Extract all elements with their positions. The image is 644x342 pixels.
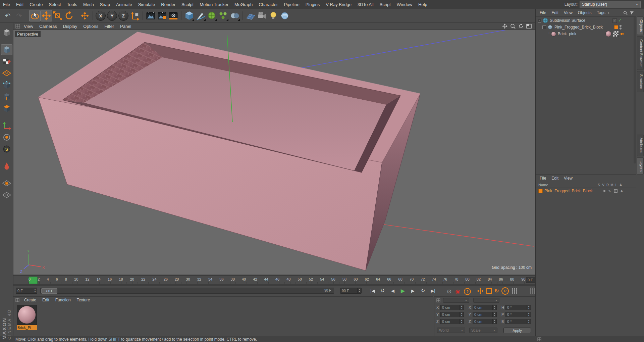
- menubar-item[interactable]: Render: [158, 0, 178, 9]
- stepper-icon[interactable]: ▲▼: [460, 319, 464, 324]
- coordinate-space-dropdown[interactable]: World▼: [437, 328, 465, 333]
- viewport-view-label[interactable]: Perspective: [15, 31, 41, 37]
- viewport-zoom-icon[interactable]: [510, 23, 516, 29]
- rotation-h-field[interactable]: 0 °▲▼: [505, 305, 531, 310]
- state-check-icon[interactable]: ✓: [618, 18, 622, 23]
- record-parameter-icon[interactable]: P: [501, 287, 509, 295]
- stepper-icon[interactable]: ▲▼: [492, 319, 496, 324]
- light-icon[interactable]: [268, 10, 279, 21]
- stage-camera-icon[interactable]: [256, 10, 268, 21]
- primitive-cube-icon[interactable]: [183, 10, 195, 21]
- om-menu-item[interactable]: Tags: [594, 10, 608, 15]
- menubar-item[interactable]: Window: [394, 0, 415, 9]
- menubar-item[interactable]: Select: [46, 0, 64, 9]
- prev-frame-button[interactable]: ◀: [388, 287, 397, 294]
- menubar-item[interactable]: Sculpt: [178, 0, 197, 9]
- menubar-item[interactable]: Help: [415, 0, 430, 9]
- stepper-icon[interactable]: ▲▼: [527, 305, 531, 310]
- viewport-menu-item[interactable]: Filter: [101, 23, 117, 30]
- collapse-icon[interactable]: −: [542, 26, 546, 29]
- lm-menu-item[interactable]: Edit: [549, 176, 561, 181]
- coordinates-header-dropdown[interactable]: --▼: [473, 298, 499, 303]
- viewport-canvas[interactable]: Y X Z Perspective Grid Spacing : 100 cm: [13, 30, 535, 275]
- stepper-icon[interactable]: ▲▼: [492, 312, 496, 317]
- viewport-menu-item[interactable]: View: [21, 23, 36, 30]
- workplane-grid-icon[interactable]: [1, 190, 12, 200]
- rotation-p-field[interactable]: 0 °▲▼: [505, 312, 531, 317]
- om-menu-item[interactable]: View: [561, 10, 575, 15]
- subdivision-surface-icon[interactable]: [206, 10, 218, 21]
- tab-layers[interactable]: Layers: [637, 157, 644, 175]
- workplane-mode-icon[interactable]: [1, 68, 12, 79]
- paint-icon[interactable]: [1, 161, 12, 172]
- apply-button[interactable]: Apply: [503, 328, 531, 333]
- axis-z-button[interactable]: Z: [118, 11, 128, 21]
- menubar-item[interactable]: Create: [26, 0, 46, 9]
- materials-menu-item[interactable]: Edit: [40, 298, 52, 302]
- sky-icon[interactable]: [279, 10, 290, 21]
- tree-row-label[interactable]: Brick_pink: [558, 32, 576, 36]
- layer-pencil-icon[interactable]: ✎: [608, 189, 611, 193]
- position-z-field[interactable]: 0 cm▲▼: [440, 319, 464, 324]
- size-y-field[interactable]: 0 cm▲▼: [473, 312, 497, 317]
- edges-mode-icon[interactable]: [1, 91, 12, 102]
- render-settings-icon[interactable]: [168, 10, 179, 21]
- timeline-slider[interactable]: ◀ 0 F 90 F: [40, 288, 334, 294]
- pen-spline-icon[interactable]: [195, 10, 206, 21]
- menubar-item[interactable]: Tools: [64, 0, 80, 9]
- workplane-lock-icon[interactable]: [1, 178, 12, 189]
- goto-start-button[interactable]: |◀: [368, 287, 377, 294]
- viewport-menu-item[interactable]: Options: [80, 23, 101, 30]
- lm-menu-item[interactable]: File: [537, 176, 549, 181]
- tab-objects[interactable]: Objects: [637, 16, 644, 35]
- make-editable-icon[interactable]: [1, 27, 12, 38]
- om-menu-item[interactable]: Objects: [575, 10, 594, 15]
- rotation-b-field[interactable]: 0 °▲▼: [505, 319, 531, 324]
- last-tool-icon[interactable]: [79, 10, 91, 21]
- menubar-item[interactable]: Script: [377, 0, 394, 9]
- redo-icon[interactable]: ↷: [13, 10, 25, 21]
- status-grid-icon[interactable]: [537, 337, 541, 341]
- om-filter-icon[interactable]: [630, 11, 634, 15]
- render-view-icon[interactable]: [145, 10, 156, 21]
- start-frame-field[interactable]: 0 F ▲▼: [16, 288, 37, 294]
- menubar-item[interactable]: Character: [256, 0, 281, 9]
- material-thumbnail[interactable]: [17, 305, 37, 325]
- menubar-item[interactable]: Motion Tracker: [197, 0, 231, 9]
- play-reverse-button[interactable]: ↺: [378, 287, 387, 294]
- layer-row[interactable]: Pink_Frogged_Brick_Block ✎ ◆: [536, 188, 636, 194]
- coordinate-mode-dropdown[interactable]: Scale▼: [469, 328, 497, 333]
- timeline-ruler[interactable]: 0246810121416182022242628303234363840424…: [13, 275, 535, 285]
- record-rotation-icon[interactable]: ↻: [494, 288, 499, 294]
- tree-row[interactable]: └ Brick_pink: [536, 31, 634, 37]
- record-options-button[interactable]: ?: [464, 288, 471, 295]
- timeline-slider-handle[interactable]: ◀ 0 F: [41, 288, 57, 294]
- floor-grid-icon[interactable]: [245, 10, 256, 21]
- boole-icon[interactable]: [229, 10, 240, 21]
- live-selection-icon[interactable]: [29, 10, 41, 21]
- viewport-toggle-icon[interactable]: [526, 23, 532, 29]
- layer-solo-dot-icon[interactable]: [603, 190, 605, 192]
- coordinate-system-icon[interactable]: [129, 10, 141, 21]
- rotate-icon[interactable]: [63, 10, 75, 21]
- size-z-field[interactable]: 0 cm▲▼: [473, 319, 497, 324]
- phong-tag-icon[interactable]: [620, 32, 624, 36]
- render-picture-viewer-icon[interactable]: [156, 10, 168, 21]
- record-point-level-icon[interactable]: [512, 288, 518, 294]
- material-name-label[interactable]: Brick_Pi: [17, 325, 37, 330]
- materials-menu-item[interactable]: Create: [21, 298, 39, 302]
- model-mode-icon[interactable]: [1, 44, 12, 55]
- om-menu-item[interactable]: Edit: [549, 10, 561, 15]
- stepper-icon[interactable]: ▲▼: [33, 288, 37, 293]
- layer-color-chip[interactable]: [614, 25, 618, 29]
- tree-row-label[interactable]: Subdivision Surface: [550, 18, 585, 23]
- tab-structure[interactable]: Structure: [637, 71, 644, 92]
- state-disabled-icon[interactable]: ╱: [612, 18, 617, 23]
- om-menu-item[interactable]: File: [537, 10, 549, 15]
- undo-icon[interactable]: ↶: [2, 10, 13, 21]
- layer-grid-icon[interactable]: [614, 189, 618, 193]
- menubar-item[interactable]: Pipeline: [281, 0, 302, 9]
- menubar-item[interactable]: Mesh: [80, 0, 97, 9]
- stepper-icon[interactable]: ▲▼: [492, 305, 496, 310]
- viewport-solo-icon[interactable]: [1, 132, 12, 143]
